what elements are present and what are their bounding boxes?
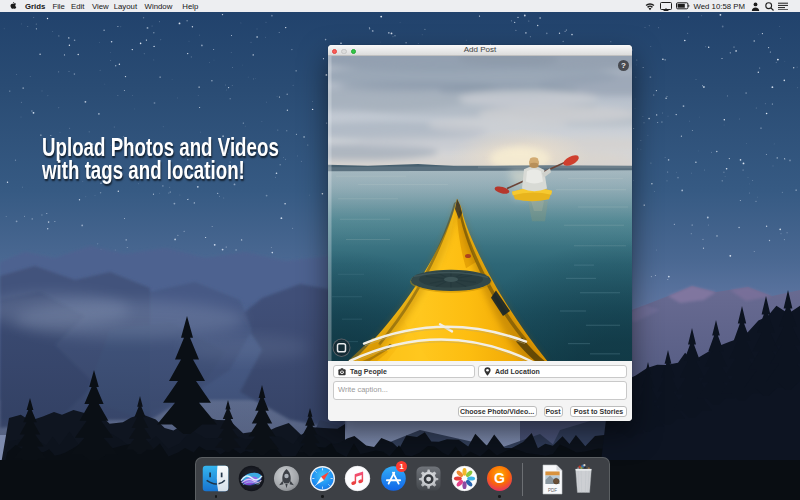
svg-text:G: G bbox=[494, 470, 505, 486]
svg-text:PDF: PDF bbox=[548, 488, 557, 493]
